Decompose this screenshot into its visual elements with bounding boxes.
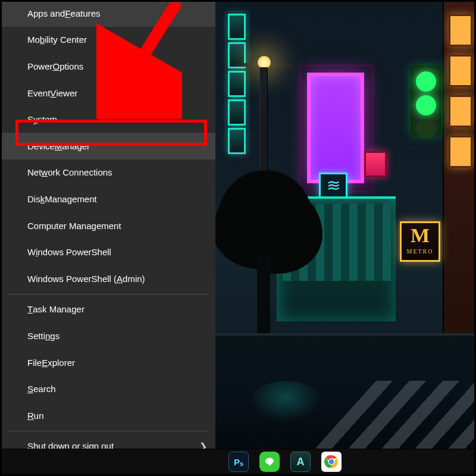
- menu-item-mnemonic: k: [40, 194, 45, 204]
- menu-item-mnemonic: F: [65, 8, 70, 18]
- wallpaper-sign-wave: [319, 173, 347, 199]
- menu-item-text-post: ask Manager: [33, 304, 84, 314]
- menu-item-text-pre: Dis: [27, 194, 40, 204]
- wallpaper-kerb: [214, 333, 476, 336]
- menu-item-mnemonic: g: [92, 221, 96, 231]
- menu-item-power-options[interactable]: Power Options: [0, 53, 215, 80]
- wallpaper-reflection: [250, 381, 321, 422]
- wallpaper-metro-sign: M METRO: [400, 221, 440, 262]
- menu-item-mnemonic: b: [40, 35, 45, 45]
- menu-item-text-post: ndows PowerShell: [38, 247, 111, 257]
- menu-item-text-post: eatures: [71, 8, 101, 18]
- menu-item-text-post: ork Connections: [48, 167, 112, 177]
- menu-item-text-post: anager: [62, 141, 90, 151]
- menu-item-text-post: Management: [45, 194, 97, 204]
- menu-item-text-post: ptions: [60, 61, 83, 71]
- menu-item-text-post: earch: [33, 384, 56, 394]
- menu-item-text-pre: Apps and: [27, 8, 65, 18]
- menu-item-text-pre: S: [27, 114, 33, 124]
- taskbar-app-photoshop[interactable]: Ps: [228, 452, 249, 472]
- menu-group: Task ManagerSettingsFile ExplorerSearchR…: [0, 296, 215, 429]
- menu-item-powershell-admin[interactable]: Windows PowerShell (Admin): [0, 265, 215, 292]
- menu-item-mnemonic: M: [55, 141, 62, 151]
- menu-item-computer-management[interactable]: Computer Management: [0, 212, 215, 239]
- menu-item-network-connections[interactable]: Network Connections: [0, 159, 215, 186]
- menu-item-text-pre: Computer Mana: [27, 221, 92, 231]
- menu-item-mnemonic: S: [27, 384, 33, 394]
- menu-group: Apps and FeaturesMobility CenterPower Op…: [0, 0, 215, 292]
- menu-item-text-pre: Mo: [27, 35, 40, 45]
- menu-item-text-post: ility Center: [45, 35, 87, 45]
- taskbar-app-chrome[interactable]: [321, 452, 342, 472]
- wallpaper-neon-strip: [225, 11, 249, 151]
- menu-item-mnemonic: n: [45, 331, 50, 341]
- menu-item-mnemonic: T: [27, 304, 33, 314]
- menu-item-text-pre: Device: [27, 141, 55, 151]
- taskbar-app-line[interactable]: [259, 452, 280, 472]
- wallpaper-trunk: [257, 251, 270, 340]
- menu-item-apps-features[interactable]: Apps and Features: [0, 0, 215, 27]
- menu-item-device-manager[interactable]: Device Manager: [0, 133, 215, 159]
- menu-item-text-post: iewer: [56, 88, 77, 98]
- menu-item-disk-management[interactable]: Disk Management: [0, 186, 215, 212]
- taskbar-app-autocad[interactable]: A: [290, 452, 311, 472]
- menu-item-text-pre: Windows PowerShell (: [27, 274, 117, 284]
- wallpaper-traffic-light: [411, 65, 441, 136]
- menu-item-search[interactable]: Search: [0, 375, 215, 402]
- menu-item-text-post: dmin): [123, 274, 145, 284]
- menu-item-system[interactable]: System: [0, 106, 215, 133]
- menu-item-powershell[interactable]: Windows PowerShell: [0, 239, 215, 265]
- menu-item-mobility-center[interactable]: Mobility Center: [0, 27, 215, 54]
- metro-sign-letter: M: [402, 223, 439, 248]
- menu-item-text-pre: Power: [27, 61, 53, 71]
- menu-item-text-post: stem: [38, 114, 58, 124]
- photoshop-icon-letter-1: P: [234, 457, 240, 467]
- menu-item-mnemonic: w: [41, 167, 48, 177]
- menu-item-mnemonic: E: [42, 358, 48, 368]
- menu-item-text-pre: W: [27, 247, 36, 257]
- menu-item-text-post: gs: [50, 331, 60, 341]
- menu-item-settings[interactable]: Settings: [0, 322, 215, 349]
- wallpaper-sign-red: [364, 151, 387, 177]
- menu-item-event-viewer[interactable]: Event Viewer: [0, 80, 215, 107]
- menu-item-mnemonic: V: [50, 88, 56, 98]
- menu-item-text-pre: File: [27, 358, 42, 368]
- menu-item-text-post: un: [34, 411, 44, 421]
- menu-item-task-manager[interactable]: Task Manager: [0, 296, 215, 323]
- menu-item-mnemonic: O: [53, 61, 60, 71]
- menu-separator: [7, 294, 208, 295]
- metro-sign-text: METRO: [402, 248, 439, 255]
- winx-context-menu[interactable]: Apps and FeaturesMobility CenterPower Op…: [0, 0, 215, 449]
- taskbar-pinned-apps: Ps A: [228, 452, 342, 472]
- line-icon: [263, 455, 276, 468]
- taskbar: Ps A: [0, 449, 476, 476]
- photoshop-icon-letter-2: s: [240, 460, 243, 467]
- menu-item-mnemonic: R: [27, 411, 34, 421]
- menu-item-mnemonic: y: [33, 114, 38, 124]
- menu-item-text-pre: Event: [27, 88, 50, 98]
- wallpaper-billboard: [307, 73, 364, 183]
- chrome-icon: [324, 454, 339, 469]
- menu-item-text-post: ement: [96, 221, 121, 231]
- menu-item-text-post: xplorer: [48, 358, 75, 368]
- menu-item-mnemonic: A: [117, 274, 123, 284]
- autocad-icon-letter: A: [297, 456, 305, 468]
- menu-separator: [7, 431, 208, 431]
- menu-item-text-pre: Setti: [27, 331, 45, 341]
- menu-item-file-explorer[interactable]: File Explorer: [0, 349, 215, 376]
- menu-item-text-pre: Net: [27, 167, 41, 177]
- menu-item-run[interactable]: Run: [0, 402, 215, 429]
